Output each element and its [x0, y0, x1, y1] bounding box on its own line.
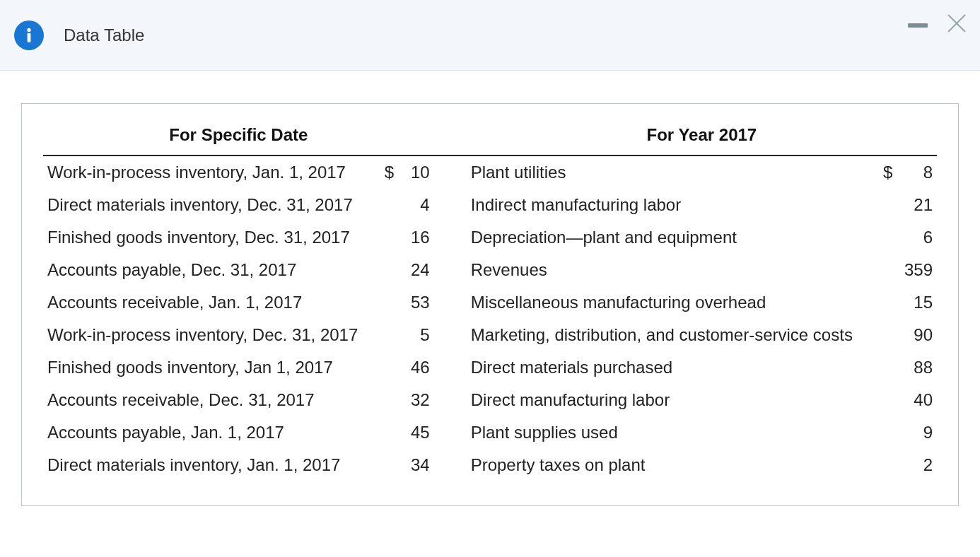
left-currency-cell: [380, 254, 402, 286]
row-gap: [434, 286, 467, 319]
left-value-cell: 24: [402, 254, 434, 286]
table-row: Finished goods inventory, Dec. 31, 20171…: [43, 221, 937, 254]
row-gap: [434, 156, 467, 189]
left-currency-cell: $: [380, 156, 402, 189]
left-column-header: For Specific Date: [43, 118, 434, 156]
right-value-cell: 2: [900, 449, 937, 481]
content-area: For Specific Date For Year 2017 Work-in-…: [0, 71, 980, 527]
svg-point-0: [27, 28, 30, 31]
left-label-cell: Work-in-process inventory, Dec. 31, 2017: [43, 319, 380, 351]
table-row: Accounts payable, Dec. 31, 201724Revenue…: [43, 254, 937, 286]
left-label-cell: Direct materials inventory, Dec. 31, 201…: [43, 189, 380, 221]
row-gap: [434, 449, 467, 481]
table-row: Work-in-process inventory, Jan. 1, 2017$…: [43, 156, 937, 189]
left-value-cell: 45: [402, 416, 434, 449]
svg-rect-1: [28, 33, 31, 42]
left-value-cell: 34: [402, 449, 434, 481]
dialog-title: Data Table: [64, 25, 144, 45]
header-gap: [434, 118, 467, 156]
info-icon: [14, 20, 44, 50]
left-currency-cell: [380, 384, 402, 416]
right-value-cell: 9: [900, 416, 937, 449]
row-gap: [434, 189, 467, 221]
window-controls: [908, 13, 967, 34]
right-label-cell: Plant utilities: [467, 156, 879, 189]
right-value-cell: 6: [900, 221, 937, 254]
left-currency-cell: [380, 319, 402, 351]
row-gap: [434, 221, 467, 254]
left-currency-cell: [380, 286, 402, 319]
right-label-cell: Indirect manufacturing labor: [467, 189, 879, 221]
right-currency-cell: [879, 416, 900, 449]
row-gap: [434, 384, 467, 416]
right-label-cell: Property taxes on plant: [467, 449, 879, 481]
right-currency-cell: [879, 384, 900, 416]
dialog-window: Data Table For Specific Date: [0, 0, 980, 527]
table-header-row: For Specific Date For Year 2017: [43, 118, 937, 156]
left-label-cell: Accounts payable, Dec. 31, 2017: [43, 254, 380, 286]
close-button[interactable]: [946, 13, 967, 34]
right-label-cell: Marketing, distribution, and customer-se…: [467, 319, 879, 351]
table-row: Accounts receivable, Jan. 1, 201753Misce…: [43, 286, 937, 319]
table-row: Direct materials inventory, Jan. 1, 2017…: [43, 449, 937, 481]
title-bar: Data Table: [0, 0, 980, 71]
table-row: Work-in-process inventory, Dec. 31, 2017…: [43, 319, 937, 351]
right-value-cell: 88: [900, 351, 937, 384]
left-currency-cell: [380, 449, 402, 481]
left-label-cell: Accounts receivable, Dec. 31, 2017: [43, 384, 380, 416]
left-currency-cell: [380, 416, 402, 449]
left-label-cell: Finished goods inventory, Jan 1, 2017: [43, 351, 380, 384]
minimize-button[interactable]: [908, 16, 928, 30]
right-currency-cell: [879, 254, 900, 286]
right-label-cell: Revenues: [467, 254, 879, 286]
right-currency-cell: [879, 286, 900, 319]
table-body: Work-in-process inventory, Jan. 1, 2017$…: [43, 156, 937, 481]
row-gap: [434, 351, 467, 384]
table-frame: For Specific Date For Year 2017 Work-in-…: [21, 103, 959, 506]
table-row: Direct materials inventory, Dec. 31, 201…: [43, 189, 937, 221]
left-value-cell: 53: [402, 286, 434, 319]
right-label-cell: Depreciation—plant and equipment: [467, 221, 879, 254]
left-value-cell: 16: [402, 221, 434, 254]
left-currency-cell: [380, 221, 402, 254]
right-currency-cell: $: [879, 156, 900, 189]
right-currency-cell: [879, 351, 900, 384]
right-label-cell: Direct manufacturing labor: [467, 384, 879, 416]
right-value-cell: 8: [900, 156, 937, 189]
row-gap: [434, 319, 467, 351]
right-currency-cell: [879, 449, 900, 481]
row-gap: [434, 254, 467, 286]
right-label-cell: Plant supplies used: [467, 416, 879, 449]
left-value-cell: 10: [402, 156, 434, 189]
left-label-cell: Work-in-process inventory, Jan. 1, 2017: [43, 156, 380, 189]
right-value-cell: 90: [900, 319, 937, 351]
table-row: Accounts payable, Jan. 1, 201745Plant su…: [43, 416, 937, 449]
left-label-cell: Accounts receivable, Jan. 1, 2017: [43, 286, 380, 319]
close-icon: [946, 13, 967, 34]
left-value-cell: 4: [402, 189, 434, 221]
right-value-cell: 40: [900, 384, 937, 416]
left-label-cell: Finished goods inventory, Dec. 31, 2017: [43, 221, 380, 254]
right-value-cell: 359: [900, 254, 937, 286]
data-table: For Specific Date For Year 2017 Work-in-…: [43, 118, 937, 481]
right-currency-cell: [879, 189, 900, 221]
left-currency-cell: [380, 189, 402, 221]
right-currency-cell: [879, 319, 900, 351]
left-currency-cell: [380, 351, 402, 384]
right-value-cell: 15: [900, 286, 937, 319]
left-value-cell: 46: [402, 351, 434, 384]
left-label-cell: Accounts payable, Jan. 1, 2017: [43, 416, 380, 449]
right-label-cell: Direct materials purchased: [467, 351, 879, 384]
minimize-icon: [908, 23, 928, 28]
table-row: Accounts receivable, Dec. 31, 201732Dire…: [43, 384, 937, 416]
right-value-cell: 21: [900, 189, 937, 221]
right-label-cell: Miscellaneous manufacturing overhead: [467, 286, 879, 319]
right-column-header: For Year 2017: [467, 118, 937, 156]
right-currency-cell: [879, 221, 900, 254]
left-label-cell: Direct materials inventory, Jan. 1, 2017: [43, 449, 380, 481]
left-value-cell: 32: [402, 384, 434, 416]
table-row: Finished goods inventory, Jan 1, 201746D…: [43, 351, 937, 384]
left-value-cell: 5: [402, 319, 434, 351]
row-gap: [434, 416, 467, 449]
